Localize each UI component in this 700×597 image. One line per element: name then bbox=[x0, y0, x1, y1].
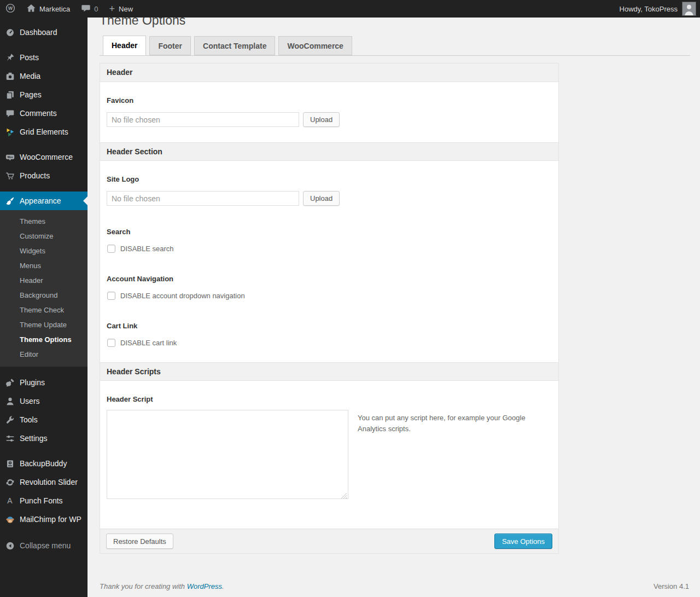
sidebar-item-grid-elements[interactable]: Grid Elements bbox=[0, 123, 88, 141]
submenu-item-widgets[interactable]: Widgets bbox=[0, 244, 88, 258]
disable-search-label: DISABLE search bbox=[120, 245, 174, 253]
submenu-item-background[interactable]: Background bbox=[0, 288, 88, 303]
section-header: Header bbox=[100, 63, 558, 82]
sidebar-item-label: Pages bbox=[20, 90, 42, 99]
plugin-icon bbox=[4, 377, 15, 388]
disable-search-checkbox[interactable] bbox=[107, 245, 115, 253]
sidebar-item-punch-fonts[interactable]: A Punch Fonts bbox=[0, 491, 88, 510]
submenu-item-theme-update[interactable]: Theme Update bbox=[0, 317, 88, 332]
letter-a-icon: A bbox=[4, 495, 15, 506]
version-text: Version 4.1 bbox=[654, 582, 689, 590]
cart-link-label: Cart Link bbox=[107, 322, 552, 330]
favicon-file-input[interactable] bbox=[107, 112, 299, 127]
restore-defaults-button[interactable]: Restore Defaults bbox=[106, 534, 173, 549]
wordpress-logo-icon: W bbox=[5, 3, 15, 15]
wrench-icon bbox=[4, 414, 15, 425]
sidebar-item-label: Dashboard bbox=[20, 28, 57, 37]
site-logo-label: Site Logo bbox=[107, 175, 552, 183]
sidebar-item-backupbuddy[interactable]: BackupBuddy bbox=[0, 454, 88, 473]
tab-bar: Header Footer Contact Template WooCommer… bbox=[100, 36, 690, 56]
backup-drive-icon bbox=[4, 458, 15, 469]
submenu-item-editor[interactable]: Editor bbox=[0, 347, 88, 362]
panel-footer: Restore Defaults Save Options bbox=[100, 529, 558, 553]
sidebar-item-posts[interactable]: Posts bbox=[0, 48, 88, 67]
sidebar-item-label: Settings bbox=[20, 434, 48, 443]
disable-account-nav-checkbox-row[interactable]: DISABLE account dropdown navigation bbox=[107, 292, 552, 300]
account-navigation-label: Account Navigation bbox=[107, 275, 552, 283]
sidebar-item-media[interactable]: Media bbox=[0, 67, 88, 85]
comments-shortcut[interactable]: 0 bbox=[75, 0, 103, 18]
disable-cart-link-label: DISABLE cart link bbox=[120, 339, 177, 347]
thanks-prefix: Thank you for creating with bbox=[100, 582, 187, 590]
header-script-textarea[interactable] bbox=[107, 410, 348, 499]
submenu-item-header[interactable]: Header bbox=[0, 273, 88, 288]
submenu-item-theme-options[interactable]: Theme Options bbox=[0, 332, 88, 347]
sidebar-item-appearance[interactable]: Appearance bbox=[0, 192, 88, 210]
submenu-item-theme-check[interactable]: Theme Check bbox=[0, 303, 88, 317]
site-logo-upload-button[interactable]: Upload bbox=[303, 191, 340, 206]
section-header-scripts-body: Header Script You can put any script her… bbox=[100, 381, 558, 529]
pin-icon bbox=[4, 52, 15, 63]
wordpress-logo-menu[interactable]: W bbox=[0, 0, 21, 18]
grid-elements-icon bbox=[4, 126, 15, 137]
sidebar-item-settings[interactable]: Settings bbox=[0, 429, 88, 448]
main-content: Theme Options Header Footer Contact Temp… bbox=[88, 0, 700, 590]
disable-cart-link-checkbox-row[interactable]: DISABLE cart link bbox=[107, 339, 552, 347]
sidebar-item-label: Tools bbox=[20, 415, 38, 424]
site-menu[interactable]: Marketica bbox=[21, 0, 75, 18]
sidebar-item-label: BackupBuddy bbox=[20, 459, 67, 468]
sidebar-item-label: Posts bbox=[20, 53, 39, 62]
sidebar-item-comments[interactable]: Comments bbox=[0, 104, 88, 123]
save-options-button[interactable]: Save Options bbox=[494, 534, 552, 549]
tab-woocommerce[interactable]: WooCommerce bbox=[278, 36, 352, 55]
admin-bar-left: W Marketica 0 + New bbox=[0, 0, 138, 18]
section-header-body: Favicon Upload bbox=[100, 82, 558, 142]
tab-contact-template[interactable]: Contact Template bbox=[194, 36, 275, 55]
collapse-arrow-icon bbox=[4, 540, 15, 551]
wordpress-link[interactable]: WordPress bbox=[187, 582, 222, 590]
howdy-text: Howdy, TokoPress bbox=[620, 5, 678, 13]
tab-footer[interactable]: Footer bbox=[149, 36, 191, 55]
site-name: Marketica bbox=[39, 5, 70, 13]
account-menu[interactable]: Howdy, TokoPress bbox=[620, 0, 700, 18]
sidebar-item-label: Revolution Slider bbox=[20, 478, 78, 486]
section-header-section-body: Site Logo Upload Search DISABLE search A… bbox=[100, 161, 558, 362]
submenu-item-customize[interactable]: Customize bbox=[0, 229, 88, 244]
sidebar-item-revolution-slider[interactable]: Revolution Slider bbox=[0, 473, 88, 491]
sidebar-item-users[interactable]: Users bbox=[0, 392, 88, 410]
submenu-item-menus[interactable]: Menus bbox=[0, 258, 88, 273]
comments-icon bbox=[4, 108, 15, 119]
svg-text:Woo: Woo bbox=[7, 155, 13, 158]
header-script-label: Header Script bbox=[107, 395, 552, 403]
sidebar-item-label: Collapse menu bbox=[20, 541, 71, 550]
sidebar-item-label: Media bbox=[20, 72, 40, 80]
sidebar-item-label: Plugins bbox=[20, 378, 45, 387]
disable-account-nav-label: DISABLE account dropdown navigation bbox=[120, 292, 245, 300]
sidebar-item-label: Products bbox=[20, 171, 50, 180]
collapse-menu-button[interactable]: Collapse menu bbox=[0, 536, 88, 555]
sidebar-item-mailchimp[interactable]: MailChimp for WP bbox=[0, 510, 88, 529]
user-icon bbox=[4, 396, 15, 407]
sliders-icon bbox=[4, 433, 15, 444]
submenu-item-themes[interactable]: Themes bbox=[0, 214, 88, 229]
disable-account-nav-checkbox[interactable] bbox=[107, 292, 115, 300]
disable-search-checkbox-row[interactable]: DISABLE search bbox=[107, 245, 552, 253]
page-footer: Thank you for creating with WordPress. V… bbox=[100, 582, 690, 590]
site-logo-file-input[interactable] bbox=[107, 191, 299, 206]
sidebar-item-tools[interactable]: Tools bbox=[0, 410, 88, 429]
sidebar-item-plugins[interactable]: Plugins bbox=[0, 373, 88, 392]
sidebar-item-label: MailChimp for WP bbox=[20, 515, 81, 524]
sidebar-item-woocommerce[interactable]: Woo WooCommerce bbox=[0, 148, 88, 166]
tab-header[interactable]: Header bbox=[103, 36, 146, 56]
sidebar-item-pages[interactable]: Pages bbox=[0, 85, 88, 104]
sidebar-item-label: Appearance bbox=[20, 196, 61, 205]
favicon-upload-button[interactable]: Upload bbox=[303, 112, 340, 127]
disable-cart-link-checkbox[interactable] bbox=[107, 339, 115, 347]
new-content-menu[interactable]: + New bbox=[104, 0, 139, 18]
sidebar-item-products[interactable]: Products bbox=[0, 166, 88, 185]
header-script-note: You can put any script here, for example… bbox=[358, 413, 528, 501]
cart-icon bbox=[4, 170, 15, 181]
theme-options-panel: Header Favicon Upload Header Section Sit… bbox=[100, 63, 559, 554]
sidebar-item-dashboard[interactable]: Dashboard bbox=[0, 23, 88, 42]
dashboard-icon bbox=[4, 27, 15, 38]
